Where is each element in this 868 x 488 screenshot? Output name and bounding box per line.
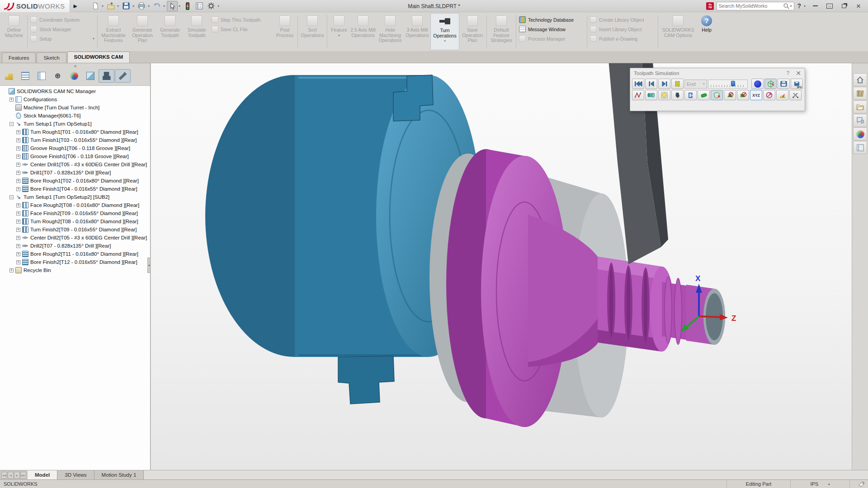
close-button[interactable]: ×	[853, 1, 864, 11]
dimxpert-manager-tab[interactable]: ⊕	[50, 69, 66, 83]
hide-cube-button[interactable]	[711, 90, 723, 100]
cam-operation-tree-tab[interactable]	[99, 69, 114, 83]
expand-icon[interactable]: +	[16, 228, 20, 232]
options-caret-icon[interactable]: ▾	[217, 4, 219, 8]
simulation-speed-slider[interactable]	[708, 80, 748, 89]
slider-thumb[interactable]	[731, 81, 735, 86]
step-to-end-button[interactable]	[658, 79, 670, 89]
expand-icon[interactable]: +	[16, 260, 20, 264]
tab-scroll-first-icon[interactable]: ◀◀	[1, 472, 7, 479]
solidworks-cam-options-button[interactable]: SOLIDWORKS CAM Options	[659, 13, 697, 50]
tree-item[interactable]: +Face Finish2[T09 - 0.016x55° Diamond ][…	[0, 209, 150, 217]
stock-manager-button[interactable]: Stock Manager	[30, 25, 94, 33]
minimize-button[interactable]	[809, 1, 821, 11]
menu-flyout-arrow-icon[interactable]: ▶	[74, 3, 77, 9]
tree-item[interactable]: +Bore Rough1[T02 - 0.016x80° Diamond ][R…	[0, 177, 150, 185]
turn-operations-button[interactable]: Turn Operations ▾	[430, 13, 459, 50]
options-button[interactable]	[206, 1, 217, 11]
define-machine-button[interactable]: Define Machine	[2, 13, 26, 50]
view-palette-tab[interactable]	[853, 114, 867, 127]
simulation-mode-combo[interactable]: End▾	[684, 80, 707, 89]
hole-machining-operations-button[interactable]: Hole Machining Operations	[376, 13, 404, 50]
tree-item[interactable]: +Center Drill1[T05 - #3 x 60DEG Center D…	[0, 160, 150, 169]
setup-caret-icon[interactable]: ▾	[93, 38, 94, 40]
expand-icon[interactable]: +	[16, 146, 20, 150]
setup-button[interactable]: Setup▾	[30, 35, 94, 42]
generate-toolpath-button[interactable]: Generate Toolpath	[156, 13, 184, 50]
xyz-position-button[interactable]: XYZ	[750, 90, 762, 100]
tool-display-button[interactable]	[671, 90, 684, 100]
design-library-tab[interactable]	[853, 87, 867, 100]
expand-icon[interactable]: +	[16, 220, 20, 224]
post-process-button[interactable]: Post Process	[273, 13, 297, 50]
tree-item[interactable]: +Configurations	[0, 95, 150, 103]
extract-machinable-features-button[interactable]: Extract Machinable Features	[99, 13, 128, 50]
mysolidworks-search-input[interactable]	[718, 3, 783, 9]
simulation-options-button[interactable]	[789, 90, 802, 100]
default-feature-strategies-button[interactable]: Default Feature Strategies	[488, 13, 515, 50]
new-caret-icon[interactable]: ▾	[102, 4, 104, 8]
expand-icon[interactable]: +	[9, 268, 14, 272]
run-button[interactable]	[751, 79, 764, 89]
tab-sketch[interactable]: Sketch	[37, 52, 66, 63]
tree-item[interactable]: SOLIDWORKS CAM NC Manager	[0, 87, 150, 95]
publish-edrawing-button[interactable]: Publish e-Drawing	[590, 35, 655, 42]
tree-item[interactable]: +Recycle Bin	[0, 266, 150, 274]
3d-viewport[interactable]: X Z	[151, 63, 852, 470]
save-image-button[interactable]	[778, 79, 790, 89]
insert-library-object-button[interactable]: Insert Library Object	[590, 25, 655, 33]
save-caret-icon[interactable]: ▾	[132, 4, 134, 8]
tree-item[interactable]: +Groove Finish1[T06 - 0.118 Groove ][Rea…	[0, 152, 150, 160]
gauge-alarm-button[interactable]	[776, 90, 788, 100]
tab-3d-views[interactable]: 3D Views	[57, 470, 94, 479]
help-button[interactable]: ? Help	[697, 13, 716, 50]
create-library-object-button[interactable]: Create Library Object	[590, 16, 655, 23]
chuck-display-button[interactable]	[684, 90, 697, 100]
file-explorer-tab[interactable]	[853, 100, 867, 113]
tree-item[interactable]: Machine [Turn Dual Turret - Inch]	[0, 103, 150, 112]
collapse-icon[interactable]: −	[9, 122, 14, 126]
expand-icon[interactable]: +	[16, 236, 20, 240]
search-caret-icon[interactable]: ▾	[790, 4, 792, 8]
tree-item[interactable]: +Bore Finish2[T12 - 0.016x55° Diamond ][…	[0, 258, 150, 266]
undo-button[interactable]	[151, 1, 162, 11]
expand-icon[interactable]: +	[16, 211, 20, 216]
file-properties-button[interactable]	[194, 1, 205, 11]
expand-icon[interactable]: +	[16, 138, 20, 142]
3-axis-mill-operations-button[interactable]: 3 Axis Mill Operations	[404, 13, 430, 50]
select-caret-icon[interactable]: ▾	[179, 4, 180, 8]
step-thru-toolpath-button[interactable]: Step Thru Toolpath	[212, 16, 271, 23]
machined-part-display-button[interactable]	[645, 90, 657, 100]
feature-button[interactable]: Feature ▾	[328, 13, 350, 50]
search-icon[interactable]	[783, 3, 790, 9]
save-cl-file-button[interactable]: Save CL File	[212, 25, 271, 33]
display-manager-tab[interactable]	[66, 69, 82, 83]
skip-to-start-button[interactable]	[632, 79, 644, 89]
select-tool-button[interactable]	[167, 1, 178, 11]
step-back-button[interactable]	[645, 79, 657, 89]
custom-properties-tab[interactable]	[853, 141, 867, 154]
save-operation-plan-button[interactable]: Save Operation Plan	[459, 13, 486, 50]
tree-item[interactable]: +Face Rough2[T08 - 0.016x80° Diamond ][R…	[0, 201, 150, 209]
restore-button[interactable]	[838, 1, 850, 11]
status-tag-button[interactable]	[854, 481, 868, 487]
feature-caret-icon[interactable]: ▾	[338, 34, 340, 37]
tree-item[interactable]: +Bore Rough2[T11 - 0.016x80° Diamond ][R…	[0, 250, 150, 258]
property-manager-tab[interactable]	[17, 69, 33, 83]
part-tree-tab[interactable]	[1, 69, 17, 83]
cam-feature-tree-tab[interactable]	[82, 69, 98, 83]
dialog-help-button[interactable]: ?	[787, 70, 790, 76]
undo-caret-icon[interactable]: ▾	[163, 4, 165, 8]
simulate-toolpath-button[interactable]: Simulate Toolpath	[184, 13, 210, 50]
toolpath-simulation-dialog[interactable]: Toolpath Simulation ? ✕ End▾	[630, 68, 805, 111]
sort-operations-button[interactable]: Sort Operations	[299, 13, 326, 50]
tree-item[interactable]: Stock Manager[6061-T6]	[0, 112, 150, 120]
model-canvas[interactable]: X Z	[151, 63, 852, 470]
expand-icon[interactable]: +	[16, 171, 20, 175]
tree-item[interactable]: +Turn Finish1[T03 - 0.016x55° Diamond ][…	[0, 136, 150, 144]
tab-motion-study-1[interactable]: Motion Study 1	[94, 470, 144, 479]
generate-operation-plan-button[interactable]: Generate Operation Plan	[128, 13, 156, 50]
no-display-1-button[interactable]	[724, 90, 736, 100]
expand-icon[interactable]: +	[9, 98, 14, 102]
dialog-close-button[interactable]: ✕	[796, 70, 801, 77]
